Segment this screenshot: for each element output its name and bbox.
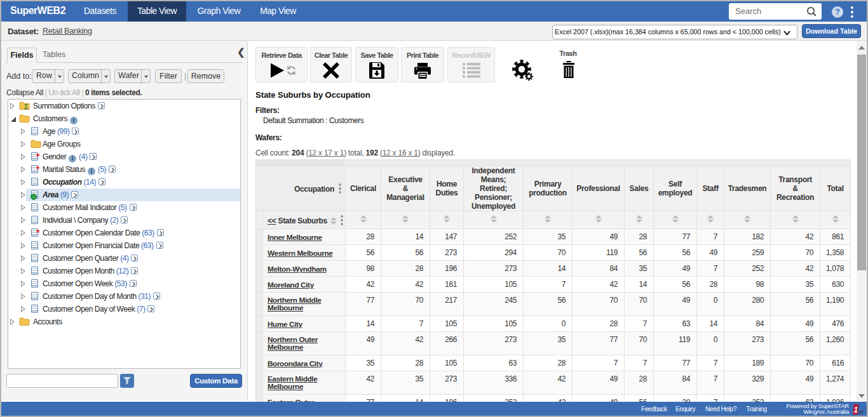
svg-text:ST: ST [858,410,864,414]
svg-text:Σ: Σ [24,103,29,110]
svg-text:1: 1 [854,406,858,414]
